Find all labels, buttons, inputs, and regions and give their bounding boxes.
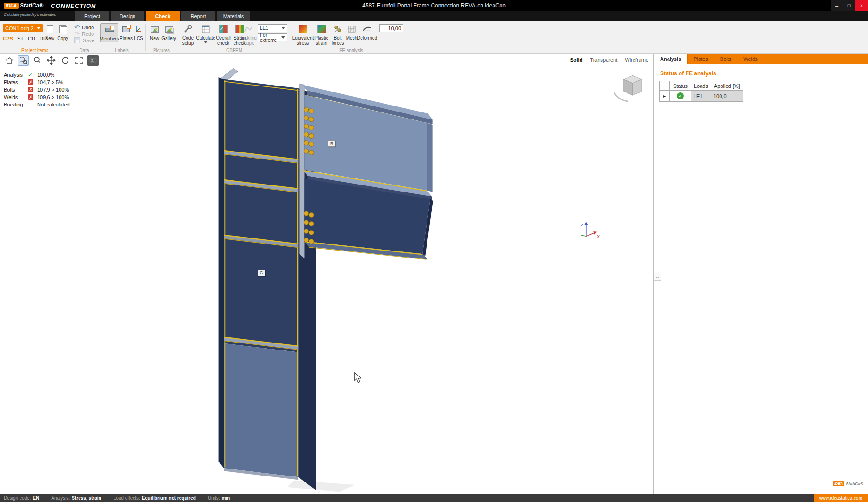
tab-bolts[interactable]: Bolts [714, 54, 737, 64]
member-label-icon [105, 28, 114, 32]
rotate-button[interactable] [60, 55, 71, 66]
tab-design[interactable]: Design [111, 11, 144, 21]
calculate-button[interactable]: Calculate [197, 23, 214, 43]
tagline: Calculate yesterday's estimates [4, 13, 56, 17]
bolt-forces-icon [334, 25, 342, 33]
labels-lcs-button[interactable]: LCS [133, 24, 144, 41]
member-label-B[interactable]: B [328, 140, 335, 147]
z-axis-label: z [581, 222, 583, 227]
toggle-eps[interactable]: EPS [3, 36, 13, 41]
status-analysis-type: Analysis:Stress, strain [51, 495, 101, 501]
fit-view-button[interactable] [73, 55, 85, 66]
view-mode-wireframe[interactable]: Wireframe [625, 57, 648, 63]
summary-row-welds[interactable]: Welds ✗ 109,6 > 100% [4, 93, 70, 101]
tab-welds[interactable]: Welds [737, 54, 763, 64]
3d-viewport[interactable]: z x [0, 54, 653, 494]
app-name: CONNECTION [51, 2, 96, 9]
equivalent-stress-button[interactable]: Equivalent stress [294, 23, 312, 46]
new-document-icon [47, 25, 53, 33]
x-axis-label: x [597, 233, 600, 239]
labels-plates-button[interactable]: Plates [119, 24, 133, 41]
picture-gallery-button[interactable]: Gallery [162, 24, 176, 41]
pan-icon [47, 56, 56, 65]
status-load-effects: Load effects:Equilibrium not required [114, 495, 196, 501]
extreme-select[interactable]: For extreme [258, 33, 287, 41]
buckling-shape-button[interactable]: Buckling shape [240, 23, 256, 46]
tab-report[interactable]: Report [181, 11, 215, 21]
scene-settings-button[interactable] [87, 55, 99, 66]
status-design-code: Design code:EN [4, 495, 39, 501]
mesh-button[interactable]: Mesh [345, 23, 358, 40]
home-view-button[interactable] [4, 55, 15, 66]
tab-plates[interactable]: Plates [688, 54, 714, 64]
plastic-strain-button[interactable]: Plastic strain [313, 23, 330, 46]
zoom-window-icon [19, 56, 28, 65]
ribbon-group-fe-analysis: Equivalent stress Plastic strain Bolt fo… [291, 21, 412, 54]
code-setup-button[interactable]: Code setup [180, 23, 196, 46]
check-fail-icon: ✗ [28, 87, 33, 92]
chevron-down-icon [281, 36, 285, 39]
calculate-icon [201, 25, 210, 33]
pan-button[interactable] [46, 55, 57, 66]
row-expander[interactable]: ▸ [660, 91, 670, 102]
summary-row-buckling[interactable]: Buckling Not calculated [4, 101, 70, 108]
extreme-value: For extreme [260, 33, 281, 43]
wrench-icon [183, 24, 193, 33]
fe-status-table: Status Loads Applied [%] ▸ ✓ LE1 100,0 [659, 81, 743, 102]
overall-check-button[interactable]: Overall check [215, 23, 232, 46]
fit-view-icon [74, 56, 84, 65]
tab-project[interactable]: Project [75, 11, 109, 21]
table-row[interactable]: ▸ ✓ LE1 100,0 [660, 91, 743, 102]
beam-member[interactable] [302, 85, 433, 260]
group-label: CBFEM [178, 48, 291, 53]
new-item-button[interactable]: New [44, 24, 56, 41]
save-button[interactable]: Save [74, 37, 94, 43]
group-separator [412, 24, 412, 51]
magnifier-icon [33, 56, 42, 65]
undo-button[interactable]: ↶ Undo [74, 24, 94, 30]
redo-icon: ↷ [74, 31, 80, 37]
labels-members-button[interactable]: Members [100, 23, 118, 42]
deformed-button[interactable]: Deformed [359, 23, 375, 40]
zoom-button[interactable] [32, 55, 43, 66]
tab-analysis[interactable]: Analysis [654, 54, 688, 64]
toggle-cd[interactable]: CD [28, 36, 35, 41]
copy-item-button[interactable]: Copy [57, 24, 69, 41]
document-title: 4587-Eurofoil Portal Frame Connection RE… [362, 2, 506, 9]
summary-row-analysis[interactable]: Analysis ✓ 100,0% [4, 71, 70, 79]
website-link[interactable]: www.ideastatica.com [814, 494, 868, 502]
statusbar: Design code:EN Analysis:Stress, strain L… [0, 494, 868, 502]
new-picture-icon [151, 26, 159, 33]
connection-selector[interactable]: CON1 orig 2 [3, 24, 43, 32]
panel-splitter-grip[interactable]: ↔ [654, 273, 661, 281]
model-canvas[interactable]: z x [0, 54, 653, 494]
gallery-icon [165, 26, 173, 33]
lcs-axes-icon [134, 25, 143, 33]
result-tabs: Analysis Plates Bolts Welds [654, 54, 868, 64]
view-mode-solid[interactable]: Solid [570, 57, 582, 63]
chevron-down-icon [37, 27, 40, 29]
tab-materials[interactable]: Materials [217, 11, 250, 21]
deformed-scale-input[interactable] [379, 24, 403, 32]
member-label-C[interactable]: C [258, 270, 265, 276]
idea-statica-logo: IDEA StatiCa® [4, 2, 43, 9]
redo-button[interactable]: ↷ Redo [74, 31, 94, 37]
group-label: Project items [0, 48, 70, 53]
minimize-button[interactable]: – [831, 0, 843, 11]
toggle-st[interactable]: ST [17, 36, 24, 41]
summary-row-bolts[interactable]: Bolts ✗ 107,9 > 100% [4, 86, 70, 93]
picture-new-button[interactable]: New [148, 24, 161, 41]
tab-check[interactable]: Check [146, 11, 180, 21]
zoom-window-button[interactable] [18, 55, 29, 66]
app-window: IDEA StatiCa® CONNECTION 4587-Eurofoil P… [0, 0, 868, 502]
home-icon [5, 56, 14, 65]
close-button[interactable]: × [855, 0, 868, 11]
summary-row-plates[interactable]: Plates ✗ 104,7 > 5% [4, 79, 70, 86]
check-summary: Analysis ✓ 100,0% Plates ✗ 104,7 > 5% Bo… [4, 71, 70, 108]
load-case-select[interactable]: LE1 [258, 24, 287, 32]
check-fail-icon: ✗ [28, 79, 33, 85]
view-mode-transparent[interactable]: Transparent [590, 57, 617, 63]
bolt-forces-button[interactable]: Bolt forces [331, 23, 345, 46]
navigation-cube[interactable] [614, 75, 642, 101]
maximize-button[interactable]: □ [843, 0, 855, 11]
